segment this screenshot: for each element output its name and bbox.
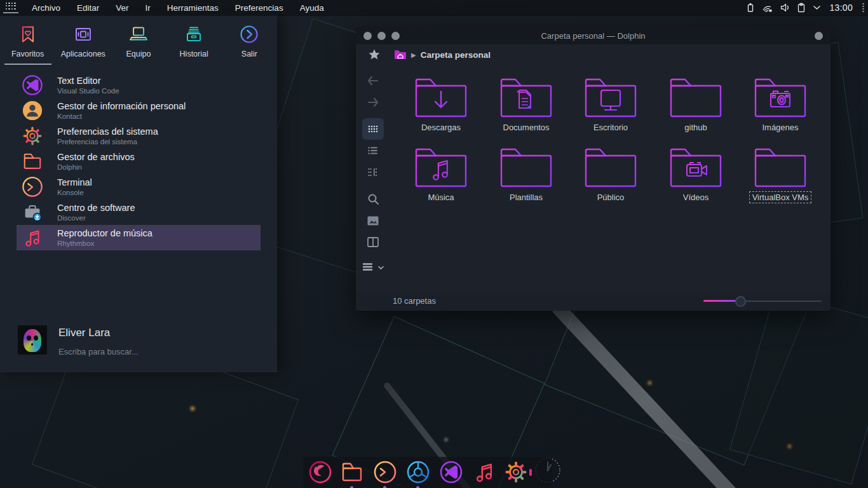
folder-item-github[interactable]: github (660, 78, 731, 133)
folder-download-icon (414, 78, 468, 118)
menu-ver[interactable]: Ver (116, 3, 128, 13)
folder-item-documentos[interactable]: Documentos (491, 78, 562, 133)
folder-images-icon (754, 78, 807, 118)
tab-salir[interactable]: Salir (222, 24, 276, 65)
breadcrumb-current[interactable]: Carpeta personal (421, 50, 491, 60)
dock-indicator (529, 469, 532, 476)
launcher-tabs: Favoritos Aplicaciones Equipo Historia (0, 24, 277, 65)
status-bar: 10 carpetas (356, 291, 831, 311)
menu-button[interactable] (358, 257, 388, 278)
top-menubar: Archivo Editar Ver Ir Herramientas Prefe… (0, 0, 868, 15)
settings-gear-icon[interactable] (504, 460, 528, 484)
folder-item-descargas[interactable]: Descargas (405, 78, 477, 133)
fav-title: Reproductor de música (57, 228, 153, 239)
tab-favoritos[interactable]: Favoritos (1, 24, 55, 65)
launcher-grid-icon (6, 3, 17, 10)
status-text: 10 carpetas (393, 296, 436, 306)
compact-view-button[interactable] (362, 161, 384, 183)
list-item-konsole[interactable]: Terminal Konsole (17, 174, 261, 200)
list-view-button[interactable] (362, 140, 384, 161)
compact-view-icon (367, 166, 379, 178)
preview-button[interactable] (362, 210, 384, 231)
fav-subtitle: Rhythmbox (57, 239, 153, 248)
list-item-system-settings[interactable]: Preferencias del sistema Preferencias de… (17, 123, 261, 149)
tab-historial[interactable]: Historial (167, 24, 220, 65)
zoom-slider[interactable] (703, 296, 822, 306)
briefcase-download-icon (22, 201, 43, 223)
wifi-icon[interactable] (762, 3, 773, 13)
kebab-icon[interactable] (861, 2, 865, 13)
menu-ir[interactable]: Ir (146, 3, 151, 13)
folder-name: github (682, 122, 709, 133)
folder-icon (584, 147, 637, 188)
music-player-icon[interactable] (472, 460, 496, 484)
clipboard-icon[interactable] (797, 3, 806, 13)
tab-label: Aplicaciones (61, 50, 105, 58)
app-launcher-button[interactable] (0, 0, 22, 15)
menu-ayuda[interactable]: Ayuda (300, 3, 324, 13)
folder-item-musica[interactable]: Música (405, 147, 477, 203)
tab-equipo[interactable]: Equipo (112, 24, 165, 65)
bookmark-heart-icon (18, 24, 38, 44)
caret-down-icon (378, 266, 384, 270)
tab-label: Favoritos (11, 50, 44, 58)
fav-subtitle: Discover (57, 214, 135, 222)
folder-item-publico[interactable]: Público (575, 147, 646, 203)
list-item-kontact[interactable]: Gestor de información personal Kontact (17, 98, 261, 123)
battery-icon[interactable] (746, 3, 755, 13)
launcher-active-underline (3, 12, 18, 13)
search-button[interactable] (362, 188, 384, 210)
breadcrumb[interactable]: ▶ Carpeta personal (394, 50, 491, 60)
forward-button[interactable] (362, 92, 384, 113)
tab-aplicaciones[interactable]: Aplicaciones (57, 24, 110, 65)
file-manager-icon[interactable] (340, 460, 364, 484)
folder-icon (754, 147, 807, 188)
folder-item-plantillas[interactable]: Plantillas (491, 147, 562, 203)
dock (303, 457, 552, 488)
chevron-down-icon[interactable] (813, 4, 821, 11)
folder-name: Vídeos (681, 192, 711, 203)
apps-window-icon (73, 24, 93, 44)
menu-archivo[interactable]: Archivo (32, 3, 60, 13)
tab-label: Historial (180, 50, 208, 58)
fav-subtitle: Konsole (57, 188, 92, 197)
folder-item-virtualbox-vms[interactable]: VirtualBox VMs (745, 147, 816, 203)
clock-text[interactable]: 13:00 (829, 3, 853, 13)
folder-item-videos[interactable]: Vídeos (660, 147, 731, 203)
image-preview-icon (367, 216, 379, 226)
folder-name: Imágenes (759, 122, 801, 133)
person-icon (22, 100, 43, 121)
menu-editar[interactable]: Editar (77, 3, 99, 13)
split-view-button[interactable] (362, 231, 384, 253)
fav-title: Terminal (57, 177, 92, 188)
folder-item-imagenes[interactable]: Imágenes (745, 78, 816, 133)
folder-documents-icon (499, 78, 553, 118)
star-icon[interactable] (368, 48, 381, 61)
back-button[interactable] (362, 70, 384, 92)
folder-icon (499, 147, 553, 188)
arrow-right-icon (369, 98, 377, 106)
list-item-discover[interactable]: Centro de software Discover (17, 200, 261, 225)
fav-title: Centro de software (57, 203, 135, 214)
archive-icon (184, 24, 204, 44)
avatar[interactable] (18, 325, 47, 355)
fav-subtitle: Visual Studio Code (57, 86, 119, 95)
list-item-rhythmbox[interactable]: Reproductor de música Rhythmbox (17, 225, 261, 250)
folder-icon (22, 151, 43, 172)
slider-knob[interactable] (735, 296, 746, 307)
terminal-icon[interactable] (373, 460, 397, 484)
vscode-icon[interactable] (439, 460, 463, 484)
firefox-icon[interactable] (308, 460, 332, 484)
user-area: Eliver Lara Escriba para buscar... (18, 325, 139, 356)
menu-herramientas[interactable]: Herramientas (167, 3, 219, 13)
grid-view-button[interactable] (362, 118, 384, 140)
chrome-icon[interactable] (406, 460, 430, 484)
menu-preferencias[interactable]: Preferencias (235, 3, 283, 13)
list-item-text-editor[interactable]: Text Editor Visual Studio Code (17, 72, 261, 98)
list-item-dolphin[interactable]: Gestor de archivos Dolphin (17, 149, 261, 174)
window-titlebar[interactable]: Carpeta personal — Dolphin (356, 27, 831, 44)
folder-item-escritorio[interactable]: Escritorio (575, 78, 646, 133)
window-title: Carpeta personal — Dolphin (356, 31, 831, 41)
volume-icon[interactable] (780, 3, 790, 13)
search-input[interactable]: Escriba para buscar... (58, 347, 139, 356)
